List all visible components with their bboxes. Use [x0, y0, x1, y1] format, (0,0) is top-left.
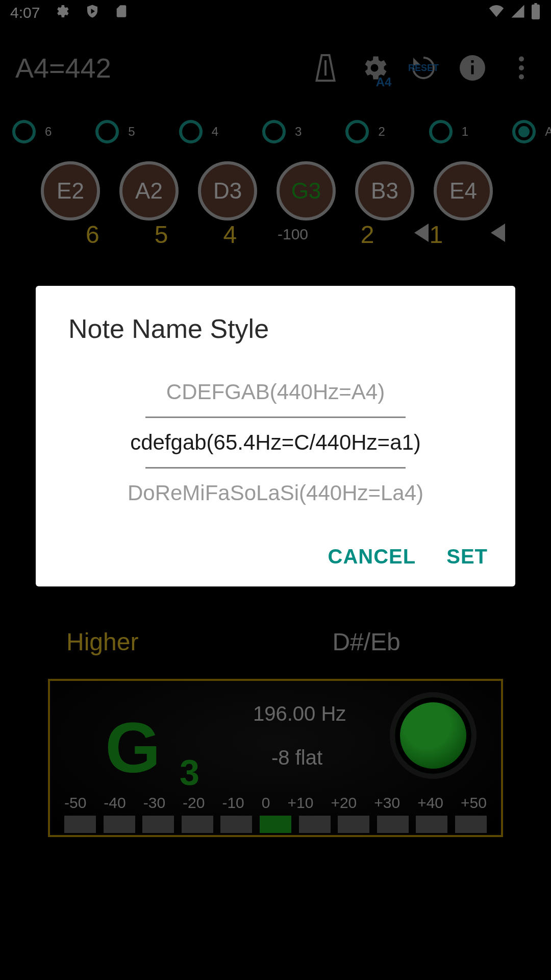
set-button[interactable]: SET	[446, 545, 488, 568]
picker-option-0[interactable]: CDEFGAB(440Hz=A4)	[166, 368, 385, 416]
picker-option-2[interactable]: DoReMiFaSoLaSi(440Hz=La4)	[128, 469, 423, 518]
note-name-style-picker[interactable]: CDEFGAB(440Hz=A4) cdefgab(65.4Hz=C/440Hz…	[36, 368, 515, 518]
dialog-title: Note Name Style	[36, 305, 515, 368]
cancel-button[interactable]: CANCEL	[328, 545, 416, 568]
note-name-style-dialog: Note Name Style CDEFGAB(440Hz=A4) cdefga…	[36, 286, 515, 586]
picker-option-1[interactable]: cdefgab(65.4Hz=C/440Hz=a1)	[130, 418, 421, 467]
